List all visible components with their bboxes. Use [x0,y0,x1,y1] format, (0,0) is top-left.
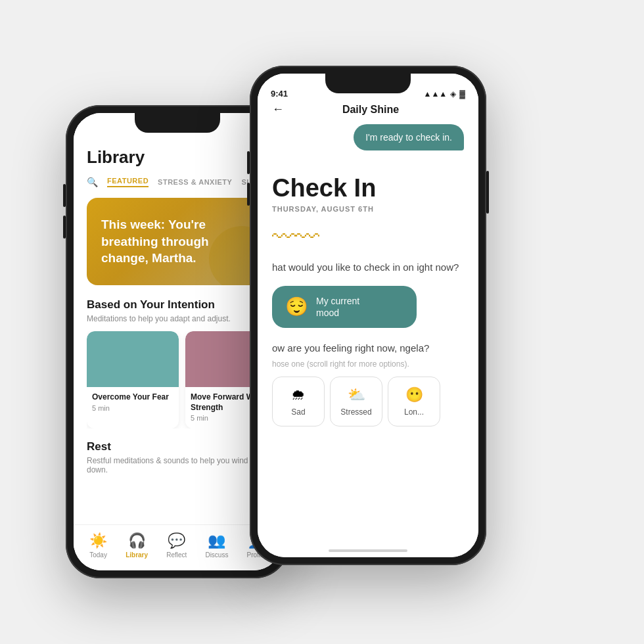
emotions-row: 🌧 Sad ⛅ Stressed 😶 Lon... [272,377,464,426]
vol-up-button[interactable] [63,184,66,207]
chat-bubble: I'm ready to check in. [354,124,464,150]
search-icon[interactable]: 🔍 [87,177,98,187]
featured-banner[interactable]: This week: You're breathing through chan… [87,198,268,285]
wave-icon: 〰〰 [272,223,464,251]
vol-down-button[interactable] [63,216,66,239]
question-1: hat would you like to check in on ight n… [272,260,464,275]
card-1-image [87,331,179,387]
status-time: 9:41 [271,89,288,99]
shine-title: Daily Shine [289,104,464,116]
power-button-2[interactable] [486,171,489,214]
shine-header: ← Daily Shine [272,103,464,116]
rest-section: Rest Restful meditations & sounds to hel… [87,440,268,474]
scene: Library 🔍 FEATURED STRESS & ANXIETY SLEE… [26,26,618,618]
checkin-title: Check In [272,174,464,202]
library-tabs: 🔍 FEATURED STRESS & ANXIETY SLEEP [87,177,268,187]
shine-content: ← Daily Shine I'm ready to check in. Che… [258,103,478,557]
sad-label: Sad [291,407,305,417]
nav-discuss[interactable]: 👥 Discuss [205,532,228,559]
library-title: Library [87,142,268,168]
library-label: Library [126,551,148,559]
question-2: ow are you feeling right now, ngela? [272,341,464,356]
phone-daily-shine: 9:41 ▲▲▲ ◈ ▓ ← Daily Shine I'm [250,66,486,565]
intention-section: Based on Your Intention Meditations to h… [87,298,268,323]
today-label: Today [89,551,107,559]
featured-text: This week: You're breathing through chan… [101,216,254,267]
card-1[interactable]: Overcome Your Fear 5 min [87,331,179,428]
today-icon: ☀️ [89,532,107,549]
lonely-icon: 😶 [405,386,423,403]
vol-down-button-2[interactable] [247,183,250,206]
emotion-lonely[interactable]: 😶 Lon... [388,377,440,426]
lonely-label: Lon... [404,407,424,417]
nav-library[interactable]: 🎧 Library [126,532,148,559]
rest-title: Rest [87,440,268,453]
choose-hint: hose one (scroll right for more options)… [272,359,464,369]
reflect-icon: 💬 [168,532,185,549]
emotion-sad[interactable]: 🌧 Sad [272,377,325,426]
nav-today[interactable]: ☀️ Today [89,532,107,559]
rest-subtitle: Restful meditations & sounds to help you… [87,456,268,474]
intention-subtitle: Meditations to help you adapt and adjust… [87,314,268,323]
tab-stress[interactable]: STRESS & ANXIETY [158,178,232,186]
notch [135,113,220,133]
card-1-title: Overcome Your Fear [92,392,173,403]
wifi-icon: ◈ [450,89,456,99]
sad-icon: 🌧 [291,386,306,403]
daily-shine-screen: 9:41 ▲▲▲ ◈ ▓ ← Daily Shine I'm [258,74,478,557]
tab-featured[interactable]: FEATURED [107,177,149,187]
card-1-duration: 5 min [92,404,173,412]
mood-line1: My current [316,295,359,307]
vol-up-button-2[interactable] [247,151,250,174]
mood-emoji: 😌 [285,296,308,317]
intention-title: Based on Your Intention [87,298,268,311]
notch-2 [325,74,411,93]
back-arrow[interactable]: ← [272,103,284,116]
checkin-date: THURSDAY, AUGUST 6TH [272,205,464,213]
mood-line2: mood [316,307,359,319]
mood-text: My current mood [316,295,359,319]
stressed-label: Stressed [340,407,371,417]
cards-row: Overcome Your Fear 5 min Move Forward Wi… [87,331,268,428]
reflect-label: Reflect [166,551,187,559]
emotion-stressed[interactable]: ⛅ Stressed [330,377,382,426]
stressed-icon: ⛅ [348,386,365,403]
chat-bubble-wrap: I'm ready to check in. [272,124,464,162]
status-icons: ▲▲▲ ◈ ▓ [424,89,465,99]
home-indicator [329,549,407,552]
discuss-icon: 👥 [208,532,225,549]
mood-button[interactable]: 😌 My current mood [272,286,417,328]
discuss-label: Discuss [205,551,228,559]
library-icon: 🎧 [128,532,146,549]
nav-reflect[interactable]: 💬 Reflect [166,532,187,559]
signal-icon: ▲▲▲ [424,89,448,99]
battery-icon: ▓ [459,89,465,99]
